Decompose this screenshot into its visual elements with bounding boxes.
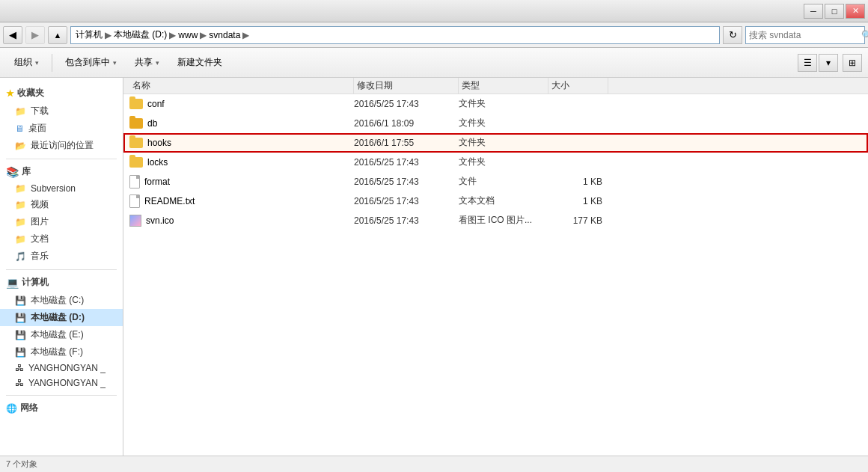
new-folder-label: 新建文件夹 (177, 56, 222, 69)
ico-file-icon (129, 215, 141, 227)
sidebar-item-desktop[interactable]: 🖥 桌面 (0, 120, 123, 137)
libraries-label: 库 (22, 165, 31, 178)
sidebar-drive-yang1[interactable]: 🖧 YANGHONGYAN _ (0, 361, 123, 376)
drive-f-icon: 💾 (15, 347, 26, 358)
view-details-button[interactable]: ☰ (798, 54, 817, 72)
col-header-type[interactable]: 类型 (459, 78, 548, 94)
file-type-cell: 文件夹 (459, 156, 548, 168)
sidebar-label-downloads: 下载 (31, 105, 49, 117)
music-icon: 🎵 (15, 251, 26, 262)
share-arrow: ▾ (156, 59, 159, 67)
sidebar-drive-yang2[interactable]: 🖧 YANGHONGYAN _ (0, 376, 123, 390)
organize-arrow: ▾ (35, 59, 39, 67)
sidebar-drive-c[interactable]: 💾 本地磁盘 (C:) (0, 292, 123, 309)
col-header-name[interactable]: 名称 (129, 78, 354, 94)
file-list: conf 2016/5/25 17:43 文件夹 db 2016/6/1 18:… (123, 94, 868, 456)
file-icon (129, 194, 140, 208)
table-row[interactable]: locks 2016/5/25 17:43 文件夹 (123, 153, 868, 172)
address-bar: ◀ ▶ ▲ 计算机 ▶ 本地磁盘 (D:) ▶ www ▶ svndata ▶ … (0, 22, 868, 48)
network-section: 🌐 网络 (0, 399, 123, 417)
folder-icon-downloads: 📁 (15, 106, 26, 117)
status-bar: 7 个对象 (0, 456, 868, 472)
subversion-icon: 📁 (15, 183, 26, 194)
folder-icon-recent: 📂 (15, 141, 26, 151)
table-row[interactable]: format 2016/5/25 17:43 文件 1 KB (123, 172, 868, 191)
table-row[interactable]: hooks 2016/6/1 17:55 文件夹 (123, 133, 868, 153)
new-folder-button[interactable]: 新建文件夹 (169, 52, 230, 74)
sidebar-item-music[interactable]: 🎵 音乐 (0, 248, 123, 265)
file-type-cell: 文件夹 (459, 136, 548, 149)
sidebar-item-recent[interactable]: 📂 最近访问的位置 (0, 137, 123, 154)
forward-button[interactable]: ▶ (25, 26, 45, 44)
sidebar-item-video[interactable]: 📁 视频 (0, 196, 123, 213)
share-label: 共享 (135, 56, 153, 69)
sidebar-drive-e[interactable]: 💾 本地磁盘 (E:) (0, 326, 123, 343)
view-pane-button[interactable]: ⊞ (843, 54, 862, 72)
table-row[interactable]: conf 2016/5/25 17:43 文件夹 (123, 94, 868, 114)
sidebar-label-drive-f: 本地磁盘 (F:) (31, 346, 83, 358)
toolbar: 组织 ▾ 包含到库中 ▾ 共享 ▾ 新建文件夹 ☰ ▾ ⊞ (0, 48, 868, 78)
file-icon (129, 175, 140, 189)
library-icon: 📚 (6, 166, 19, 178)
col-header-modified[interactable]: 修改日期 (354, 78, 459, 94)
sidebar-item-pictures[interactable]: 📁 图片 (0, 213, 123, 230)
drive-e-icon: 💾 (15, 330, 26, 340)
organize-button[interactable]: 组织 ▾ (6, 52, 47, 74)
col-header-size[interactable]: 大小 (548, 78, 608, 94)
file-name-cell: hooks (129, 138, 354, 148)
favorites-section: ★ 收藏夹 📁 下载 🖥 桌面 📂 最近访问的位置 (0, 84, 123, 154)
search-input[interactable] (749, 30, 861, 40)
breadcrumb-www[interactable]: www (178, 30, 198, 40)
view-options-button[interactable]: ▾ (819, 54, 838, 72)
file-date-cell: 2016/5/25 17:43 (354, 157, 459, 168)
status-text: 7 个对象 (6, 459, 37, 470)
sidebar-item-downloads[interactable]: 📁 下载 (0, 102, 123, 120)
include-library-button[interactable]: 包含到库中 ▾ (57, 52, 125, 74)
file-date-cell: 2016/6/1 18:09 (354, 118, 459, 129)
toolbar-separator-1 (52, 54, 52, 72)
maximize-button[interactable]: □ (825, 4, 844, 19)
sidebar-label-documents: 文档 (31, 233, 49, 245)
file-name: format (144, 177, 170, 187)
folder-icon (129, 138, 143, 148)
close-button[interactable]: ✕ (846, 4, 865, 19)
computer-label: 计算机 (22, 276, 49, 289)
sidebar-label-drive-e: 本地磁盘 (E:) (31, 328, 84, 341)
sidebar-label-recent: 最近访问的位置 (31, 139, 94, 152)
refresh-button[interactable]: ↻ (723, 26, 742, 44)
include-arrow: ▾ (113, 59, 117, 67)
sidebar-drive-f[interactable]: 💾 本地磁盘 (F:) (0, 343, 123, 361)
folder-icon (129, 157, 143, 168)
network-icon: 🌐 (6, 403, 17, 414)
file-area: 名称 修改日期 类型 大小 conf 2016/5/25 17:43 文件夹 d… (123, 78, 868, 456)
file-type-cell: 文本文档 (459, 194, 548, 207)
sidebar-sep-3 (6, 395, 117, 396)
file-date-cell: 2016/5/25 17:43 (354, 99, 459, 109)
file-name-cell: svn.ico (129, 215, 354, 227)
sidebar: ★ 收藏夹 📁 下载 🖥 桌面 📂 最近访问的位置 📚 库 (0, 78, 123, 456)
back-button[interactable]: ◀ (3, 26, 22, 44)
share-button[interactable]: 共享 ▾ (126, 52, 168, 74)
table-row[interactable]: db 2016/6/1 18:09 文件夹 (123, 114, 868, 133)
search-box[interactable]: 🔍 (745, 26, 865, 44)
sidebar-sep-2 (6, 269, 117, 270)
favorites-header: ★ 收藏夹 (0, 84, 123, 102)
sidebar-item-subversion[interactable]: 📁 Subversion (0, 181, 123, 196)
breadcrumb-drive[interactable]: 本地磁盘 (D:) (114, 28, 167, 41)
breadcrumb-svndata[interactable]: svndata (209, 30, 240, 40)
up-button[interactable]: ▲ (48, 26, 67, 44)
sidebar-item-documents[interactable]: 📁 文档 (0, 230, 123, 248)
sidebar-drive-d[interactable]: 💾 本地磁盘 (D:) (0, 309, 123, 326)
minimize-button[interactable]: ─ (804, 4, 823, 19)
file-date-cell: 2016/5/25 17:43 (354, 177, 459, 187)
search-icon: 🔍 (861, 30, 868, 40)
pictures-icon: 📁 (15, 217, 26, 227)
table-row[interactable]: svn.ico 2016/5/25 17:43 看图王 ICO 图片... 17… (123, 211, 868, 230)
address-path[interactable]: 计算机 ▶ 本地磁盘 (D:) ▶ www ▶ svndata ▶ (70, 26, 720, 44)
table-row[interactable]: README.txt 2016/5/25 17:43 文本文档 1 KB (123, 191, 868, 211)
title-bar: ─ □ ✕ (0, 0, 868, 22)
breadcrumb-computer[interactable]: 计算机 (76, 28, 103, 41)
folder-icon (129, 99, 143, 109)
file-date-cell: 2016/5/25 17:43 (354, 196, 459, 206)
file-name: conf (147, 99, 165, 109)
